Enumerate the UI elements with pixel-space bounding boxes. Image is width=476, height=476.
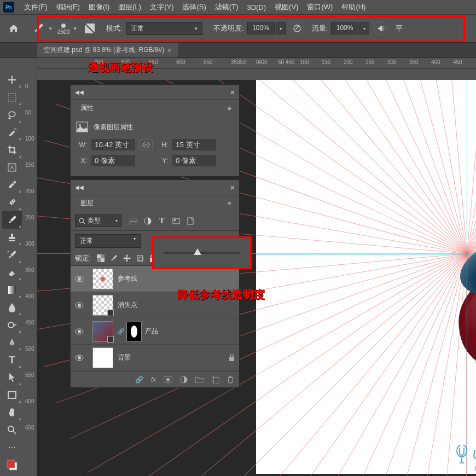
color-swatch[interactable] xyxy=(2,456,22,474)
filter-smart-icon[interactable] xyxy=(186,217,195,225)
properties-tab[interactable]: 属性 xyxy=(75,100,99,116)
lock-trans-icon[interactable] xyxy=(97,254,105,262)
opacity-slider[interactable] xyxy=(164,252,240,254)
close-icon[interactable]: × xyxy=(230,88,235,97)
close-icon[interactable]: × xyxy=(230,183,235,192)
menu-edit[interactable]: 编辑(E) xyxy=(52,0,84,14)
x-input[interactable] xyxy=(91,155,135,166)
fx-icon[interactable]: fx xyxy=(151,376,156,384)
edit-toolbar[interactable]: ⋯ xyxy=(2,439,22,456)
visibility-icon[interactable] xyxy=(75,355,88,361)
opacity-slider-popup[interactable] xyxy=(152,236,252,269)
y-input[interactable] xyxy=(172,155,216,166)
link-icon[interactable] xyxy=(140,140,153,150)
panel-menu-icon[interactable]: ≡ xyxy=(224,200,235,207)
pen-tool[interactable] xyxy=(2,334,22,351)
width-input[interactable] xyxy=(91,139,135,150)
brush-tool-preview[interactable]: ▾ xyxy=(32,22,52,35)
lasso-tool[interactable] xyxy=(2,106,22,124)
eraser-tool[interactable] xyxy=(2,264,22,281)
chevron-down-icon[interactable]: ▾ xyxy=(74,26,77,31)
adj-layer-icon[interactable] xyxy=(180,376,188,384)
menu-help[interactable]: 帮助(H) xyxy=(337,0,370,14)
rectangle-tool[interactable] xyxy=(2,386,22,404)
panel-menu-icon[interactable]: ≡ xyxy=(224,105,235,112)
group-icon[interactable] xyxy=(195,376,204,383)
close-tab-icon[interactable]: × xyxy=(167,47,171,54)
layers-tab[interactable]: 图层 xyxy=(75,195,99,211)
menu-file[interactable]: 文件(F) xyxy=(20,0,52,14)
new-layer-icon[interactable] xyxy=(212,376,219,384)
menu-layer[interactable]: 图层(L) xyxy=(114,0,146,14)
slider-thumb[interactable] xyxy=(194,248,201,255)
collapse-icon[interactable]: ◀◀ xyxy=(75,89,84,95)
hand-tool[interactable] xyxy=(2,404,22,421)
document-tab[interactable]: 空间搭建.psd @ 83.8% (参考线, RGB/8#) × xyxy=(37,43,178,57)
lock-paint-icon[interactable] xyxy=(110,254,118,262)
blur-tool[interactable] xyxy=(2,299,22,316)
visibility-icon[interactable] xyxy=(75,276,88,282)
lock-artboard-icon[interactable] xyxy=(136,254,144,262)
layer-name[interactable]: 参考线 xyxy=(118,274,235,283)
svg-rect-2 xyxy=(8,94,16,101)
menu-view[interactable]: 视图(V) xyxy=(270,0,303,14)
height-input[interactable] xyxy=(172,139,216,150)
mask-icon[interactable] xyxy=(164,376,172,383)
layer-row[interactable]: 背景 xyxy=(71,345,239,371)
menu-window[interactable]: 窗口(W) xyxy=(303,0,337,14)
chevron-down-icon[interactable]: ▾ xyxy=(49,26,52,31)
flow-input[interactable]: 100% xyxy=(331,22,358,34)
layer-name[interactable]: 产品 xyxy=(145,327,235,336)
link-layers-icon[interactable]: 🔗 xyxy=(135,376,143,384)
move-tool[interactable] xyxy=(2,71,22,89)
type-tool[interactable]: T xyxy=(2,351,22,369)
guide-horizontal[interactable] xyxy=(256,254,476,254)
magic-wand-tool[interactable] xyxy=(2,124,22,141)
pressure-opacity-icon[interactable] xyxy=(290,21,304,36)
frame-tool[interactable] xyxy=(2,159,22,176)
flow-dropdown[interactable]: ▾ xyxy=(359,22,369,34)
airbrush-icon[interactable] xyxy=(374,21,388,36)
healing-tool[interactable] xyxy=(2,194,22,211)
svg-rect-13 xyxy=(7,460,15,468)
panel-header[interactable]: ◀◀ × xyxy=(71,85,239,100)
menu-image[interactable]: 图像(I) xyxy=(84,0,114,14)
crop-tool[interactable] xyxy=(2,141,22,159)
guide-vertical[interactable] xyxy=(467,80,467,474)
lock-move-icon[interactable] xyxy=(123,254,131,262)
history-brush-tool[interactable] xyxy=(2,246,22,264)
eyedropper-tool[interactable] xyxy=(2,176,22,194)
blend-mode-select[interactable]: 正常 ▾ xyxy=(126,22,202,35)
path-select-tool[interactable] xyxy=(2,369,22,386)
brush-tool[interactable] xyxy=(2,211,22,229)
visibility-icon[interactable] xyxy=(75,302,88,309)
layer-name[interactable]: 背景 xyxy=(118,353,229,362)
marquee-tool[interactable] xyxy=(2,89,22,106)
visibility-icon[interactable] xyxy=(75,328,88,335)
trash-icon[interactable] xyxy=(227,376,234,384)
gradient-tool[interactable] xyxy=(2,281,22,299)
layer-blend-select[interactable]: 正常 ▾ xyxy=(75,234,141,248)
dodge-tool[interactable] xyxy=(2,316,22,334)
opacity-input[interactable]: 100% xyxy=(247,22,275,34)
collapse-icon[interactable]: ◀◀ xyxy=(75,184,84,190)
zoom-tool[interactable] xyxy=(2,421,22,439)
home-button[interactable] xyxy=(5,21,22,36)
svg-rect-10 xyxy=(8,392,16,398)
menu-select[interactable]: 选择(S) xyxy=(178,0,210,14)
opacity-dropdown[interactable]: ▾ xyxy=(276,22,286,34)
canvas[interactable]: UIIIUIII UiBQ.CoM xyxy=(256,80,476,474)
filter-pixel-icon[interactable] xyxy=(129,217,138,225)
filter-shape-icon[interactable] xyxy=(172,217,181,225)
menu-filter[interactable]: 滤镜(T) xyxy=(211,0,243,14)
layer-row[interactable]: 🔗 产品 xyxy=(71,318,239,345)
brush-preset-picker[interactable]: 2500 xyxy=(57,22,69,35)
layer-filter-select[interactable]: 类型 ▾ xyxy=(75,214,121,227)
filter-adjust-icon[interactable] xyxy=(143,217,152,225)
filter-type-icon[interactable]: T xyxy=(158,217,166,225)
menu-3d[interactable]: 3D(D) xyxy=(242,1,270,14)
brush-panel-button[interactable] xyxy=(82,21,97,36)
panel-header[interactable]: ◀◀ × xyxy=(71,180,239,195)
menu-type[interactable]: 文字(Y) xyxy=(146,0,178,14)
stamp-tool[interactable] xyxy=(2,229,22,246)
